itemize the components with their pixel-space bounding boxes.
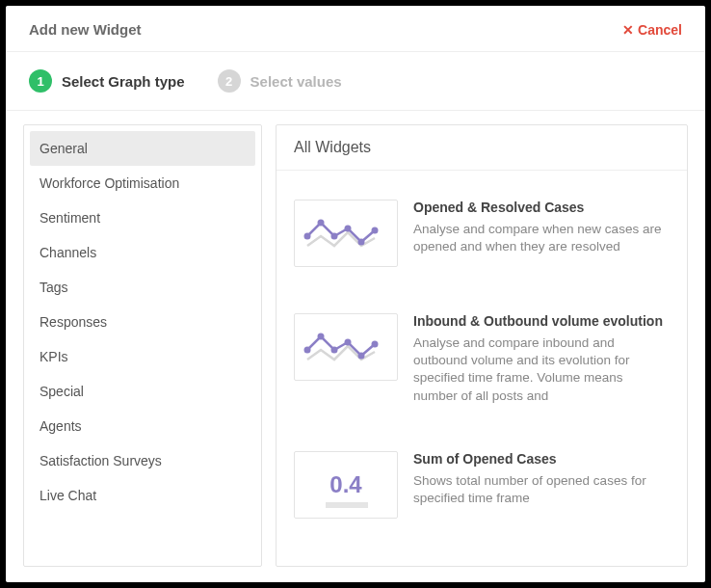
dialog-header: Add new Widget ✕ Cancel: [6, 6, 705, 52]
line-chart-icon: [294, 313, 398, 381]
svg-point-8: [331, 347, 338, 354]
dialog-body: General Workforce Optimisation Sentiment…: [6, 111, 705, 582]
sidebar-item-sentiment[interactable]: Sentiment: [30, 200, 255, 235]
sidebar-item-responses[interactable]: Responses: [30, 305, 255, 339]
line-chart-icon: [294, 200, 398, 267]
sidebar-item-kpis[interactable]: KPIs: [30, 339, 255, 374]
category-sidebar: General Workforce Optimisation Sentiment…: [23, 124, 262, 567]
widget-title: Sum of Opened Cases: [413, 451, 670, 467]
widget-info: Sum of Opened Cases Shows total number o…: [413, 451, 670, 519]
svg-point-9: [345, 339, 352, 346]
wizard-steps: 1 Select Graph type 2 Select values: [6, 52, 705, 111]
widget-list-header: All Widgets: [276, 125, 687, 171]
svg-point-2: [331, 233, 338, 240]
widget-list-panel: All Widgets: [276, 124, 688, 567]
sidebar-item-general[interactable]: General: [30, 131, 255, 166]
metric-bar-icon: [326, 502, 368, 508]
sidebar-item-agents[interactable]: Agents: [30, 409, 255, 443]
widget-desc: Analyse and compare when new cases are o…: [413, 221, 670, 255]
svg-point-5: [372, 227, 379, 234]
widget-info: Opened & Resolved Cases Analyse and comp…: [413, 200, 670, 267]
widget-option[interactable]: Inbound & Outbound volume evolution Anal…: [280, 290, 683, 428]
svg-point-3: [345, 226, 352, 232]
widget-title: Inbound & Outbound volume evolution: [413, 313, 670, 329]
dialog-title: Add new Widget: [29, 21, 142, 38]
svg-point-4: [358, 239, 365, 246]
number-metric-icon: 0.4: [294, 451, 398, 519]
sidebar-item-live-chat[interactable]: Live Chat: [30, 478, 255, 513]
sidebar-item-workforce-optimisation[interactable]: Workforce Optimisation: [30, 166, 255, 200]
sidebar-item-satisfaction-surveys[interactable]: Satisfaction Surveys: [30, 443, 255, 478]
step-number: 2: [218, 69, 241, 93]
widget-info: Inbound & Outbound volume evolution Anal…: [413, 313, 670, 405]
step-select-values[interactable]: 2 Select values: [218, 69, 342, 93]
metric-value: 0.4: [329, 471, 361, 498]
widget-desc: Shows total number of opened cases for s…: [413, 472, 670, 507]
svg-point-6: [304, 347, 311, 354]
step-number: 1: [29, 69, 52, 93]
close-icon: ✕: [622, 22, 634, 38]
sidebar-item-channels[interactable]: Channels: [30, 235, 255, 270]
widget-option[interactable]: 0.4 Sum of Opened Cases Shows total numb…: [280, 428, 683, 542]
svg-point-1: [318, 220, 325, 227]
step-select-graph-type[interactable]: 1 Select Graph type: [29, 69, 185, 93]
widget-title: Opened & Resolved Cases: [413, 200, 670, 215]
sidebar-item-special[interactable]: Special: [30, 374, 255, 409]
cancel-label: Cancel: [638, 22, 682, 38]
add-widget-dialog: Add new Widget ✕ Cancel 1 Select Graph t…: [6, 6, 705, 582]
step-label: Select values: [250, 73, 342, 90]
cancel-button[interactable]: ✕ Cancel: [622, 22, 682, 38]
step-label: Select Graph type: [62, 73, 185, 90]
svg-point-10: [358, 353, 365, 360]
widget-desc: Analyse and compare inbound and outbound…: [413, 334, 670, 405]
widget-option[interactable]: Opened & Resolved Cases Analyse and comp…: [280, 176, 683, 290]
svg-point-7: [318, 334, 325, 340]
svg-point-0: [304, 233, 311, 240]
svg-point-11: [372, 341, 379, 348]
widget-list[interactable]: Opened & Resolved Cases Analyse and comp…: [276, 171, 687, 566]
sidebar-item-tags[interactable]: Tags: [30, 270, 255, 305]
